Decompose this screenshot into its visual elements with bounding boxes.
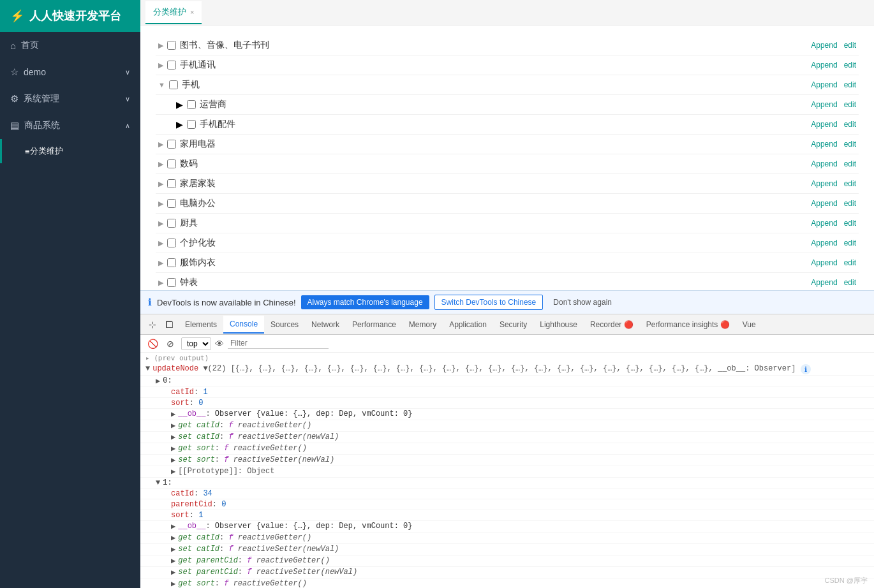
sidebar-item-home[interactable]: ⌂ 首页 [0,32,140,59]
expand-arrow-12[interactable]: ▶ [158,259,163,267]
tab-vue[interactable]: Vue [736,316,762,333]
eye-icon[interactable]: 👁 [215,339,224,349]
console-filter-input[interactable] [228,338,329,349]
expand-arrow-8[interactable]: ▶ [158,180,163,188]
tab-sources[interactable]: Sources [264,316,305,333]
console-toggle[interactable]: ▼ [145,364,150,373]
cat-append-11[interactable]: Append [811,239,837,247]
console-prev-output: ▸ (prev output) [140,353,874,364]
cat-append-3[interactable]: Append [811,80,837,89]
cat-edit-4[interactable]: edit [844,100,856,109]
toggle-ob-1[interactable]: ▶ [171,522,175,531]
cat-append-6[interactable]: Append [811,140,837,149]
expand-arrow-9[interactable]: ▶ [158,200,163,208]
sidebar-item-goods-sys[interactable]: ▤ 商品系统 ∧ [0,112,140,139]
cat-checkbox-8[interactable] [167,179,176,188]
expand-arrow-11[interactable]: ▶ [158,239,163,247]
sidebar-item-demo[interactable]: ☆ demo ∨ [0,59,140,85]
toggle-getcatid[interactable]: ▶ [171,421,175,430]
clear-console-icon[interactable]: 🚫 [145,337,159,351]
toggle-setcatid[interactable]: ▶ [171,432,175,442]
tab-console[interactable]: Console [223,316,264,334]
toggle-0[interactable]: ▶ [156,376,160,386]
cat-append-2[interactable]: Append [811,61,837,70]
cat-edit-6[interactable]: edit [844,140,856,149]
cat-edit-3[interactable]: edit [844,80,856,89]
tab-close-icon[interactable]: × [190,8,194,16]
tab-application[interactable]: Application [443,316,493,333]
expand-arrow-4[interactable]: ▶ [176,99,183,110]
log-level-select[interactable]: top [181,337,211,350]
cat-checkbox-5[interactable] [187,120,196,129]
cat-checkbox-2[interactable] [167,61,176,70]
toggle-1[interactable]: ▼ [156,478,160,487]
cat-checkbox-13[interactable] [167,278,176,287]
cat-checkbox-3[interactable] [169,80,178,89]
cat-edit-12[interactable]: edit [844,258,856,267]
cat-append-8[interactable]: Append [811,179,837,188]
cat-edit-11[interactable]: edit [844,239,856,247]
toggle-setcatid-1[interactable]: ▶ [171,545,175,554]
cat-edit-8[interactable]: edit [844,179,856,188]
val-proto-0: [[Prototype]]: Object [178,467,274,476]
cat-checkbox-10[interactable] [167,219,176,228]
toggle-proto-0[interactable]: ▶ [171,467,175,476]
cat-edit-10[interactable]: edit [844,219,856,228]
tab-security[interactable]: Security [493,316,533,333]
dont-show-button[interactable]: Don't show again [548,295,617,309]
tab-performance[interactable]: Performance [346,316,403,333]
tab-network[interactable]: Network [305,316,346,333]
cat-append-13[interactable]: Append [811,278,837,287]
cat-checkbox-7[interactable] [167,159,176,168]
cursor-icon[interactable]: ⊹ [145,318,159,332]
tab-cat-maintain[interactable]: 分类维护 × [145,1,202,24]
cat-append-4[interactable]: Append [811,100,837,109]
toggle-getsort[interactable]: ▶ [171,444,175,453]
tab-lighthouse[interactable]: Lighthouse [533,316,584,333]
cat-checkbox-12[interactable] [167,258,176,267]
cat-edit-1[interactable]: edit [844,41,856,50]
tab-elements[interactable]: Elements [179,316,223,333]
cat-append-5[interactable]: Append [811,120,837,129]
toggle-ob-0[interactable]: ▶ [171,409,175,419]
toggle-getsort-1[interactable]: ▶ [171,579,175,588]
cat-checkbox-4[interactable] [187,100,196,109]
cat-checkbox-6[interactable] [167,140,176,149]
expand-arrow-3[interactable]: ▼ [158,81,165,89]
cat-edit-9[interactable]: edit [844,199,856,208]
expand-arrow-6[interactable]: ▶ [158,140,163,149]
expand-arrow-5[interactable]: ▶ [176,119,183,129]
sidebar-item-cat-maintain[interactable]: ≡ 分类维护 [0,139,140,163]
cat-append-10[interactable]: Append [811,219,837,228]
key-getsort-1: get sort [178,579,215,588]
toggle-getcatid-1[interactable]: ▶ [171,533,175,543]
cat-append-9[interactable]: Append [811,199,837,208]
tab-memory[interactable]: Memory [403,316,443,333]
cat-checkbox-1[interactable] [167,41,176,50]
cat-checkbox-11[interactable] [167,239,176,247]
cat-edit-2[interactable]: edit [844,61,856,70]
cat-edit-5[interactable]: edit [844,120,856,129]
cat-edit-7[interactable]: edit [844,159,856,168]
cat-append-12[interactable]: Append [811,258,837,267]
sidebar-item-sys-manage[interactable]: ⚙ 系统管理 ∨ [0,85,140,112]
expand-arrow-1[interactable]: ▶ [158,41,163,50]
expand-arrow-2[interactable]: ▶ [158,61,163,70]
expand-arrow-7[interactable]: ▶ [158,160,163,168]
cat-append-1[interactable]: Append [811,41,837,50]
cat-checkbox-9[interactable] [167,199,176,208]
toggle-getparentcid[interactable]: ▶ [171,556,175,566]
expand-arrow-10[interactable]: ▶ [158,219,163,228]
sidebar-item-sys-manage-label: 系统管理 [24,93,59,105]
toggle-setparentcid[interactable]: ▶ [171,568,175,577]
tab-recorder[interactable]: Recorder 🔴 [584,316,640,333]
pause-exceptions-icon[interactable]: ⊘ [163,337,177,351]
toggle-setsort[interactable]: ▶ [171,455,175,465]
cat-edit-13[interactable]: edit [844,278,856,287]
cat-append-7[interactable]: Append [811,159,837,168]
tab-perf-insights[interactable]: Performance insights 🔴 [640,316,736,333]
switch-devtools-button[interactable]: Switch DevTools to Chinese [434,295,544,310]
expand-arrow-13[interactable]: ▶ [158,279,163,287]
device-icon[interactable]: ⧠ [162,318,176,332]
match-language-button[interactable]: Always match Chrome's language [301,295,429,309]
